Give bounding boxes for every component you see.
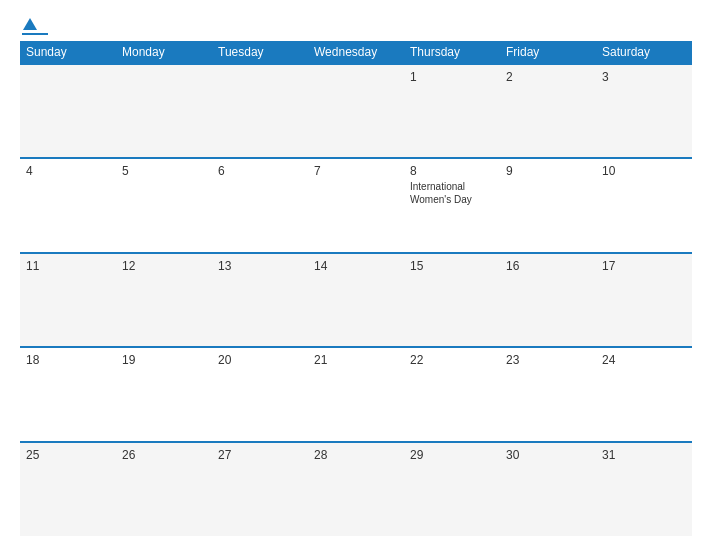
- day-number: 13: [218, 259, 302, 273]
- weekday-header-friday: Friday: [500, 41, 596, 64]
- calendar-cell: 15: [404, 253, 500, 347]
- day-number: 27: [218, 448, 302, 462]
- day-number: 4: [26, 164, 110, 178]
- day-number: 5: [122, 164, 206, 178]
- day-number: 14: [314, 259, 398, 273]
- day-number: 17: [602, 259, 686, 273]
- calendar-cell: [20, 64, 116, 158]
- calendar-cell: 5: [116, 158, 212, 252]
- calendar-cell: 13: [212, 253, 308, 347]
- calendar-cell: 1: [404, 64, 500, 158]
- calendar-cell: 4: [20, 158, 116, 252]
- day-number: 15: [410, 259, 494, 273]
- calendar-cell: 11: [20, 253, 116, 347]
- day-number: 25: [26, 448, 110, 462]
- day-number: 7: [314, 164, 398, 178]
- calendar-cell: 29: [404, 442, 500, 536]
- day-number: 12: [122, 259, 206, 273]
- weekday-header-wednesday: Wednesday: [308, 41, 404, 64]
- day-number: 26: [122, 448, 206, 462]
- calendar-cell: 18: [20, 347, 116, 441]
- weekday-header-thursday: Thursday: [404, 41, 500, 64]
- calendar-table: SundayMondayTuesdayWednesdayThursdayFrid…: [20, 41, 692, 536]
- calendar-cell: 9: [500, 158, 596, 252]
- calendar-cell: [116, 64, 212, 158]
- calendar-week-row: 45678International Women's Day910: [20, 158, 692, 252]
- calendar-cell: 19: [116, 347, 212, 441]
- day-number: 2: [506, 70, 590, 84]
- day-number: 22: [410, 353, 494, 367]
- day-number: 1: [410, 70, 494, 84]
- calendar-cell: 16: [500, 253, 596, 347]
- logo: [20, 18, 48, 35]
- day-number: 8: [410, 164, 494, 178]
- calendar-cell: 14: [308, 253, 404, 347]
- day-number: 24: [602, 353, 686, 367]
- calendar-cell: 3: [596, 64, 692, 158]
- day-number: 29: [410, 448, 494, 462]
- calendar-cell: 30: [500, 442, 596, 536]
- weekday-header-monday: Monday: [116, 41, 212, 64]
- calendar-cell: [308, 64, 404, 158]
- logo-blue-bar: [22, 33, 48, 35]
- calendar-cell: 26: [116, 442, 212, 536]
- calendar-week-row: 18192021222324: [20, 347, 692, 441]
- weekday-header-saturday: Saturday: [596, 41, 692, 64]
- day-number: 6: [218, 164, 302, 178]
- day-number: 18: [26, 353, 110, 367]
- day-number: 16: [506, 259, 590, 273]
- calendar-cell: 28: [308, 442, 404, 536]
- calendar-cell: 23: [500, 347, 596, 441]
- day-number: 10: [602, 164, 686, 178]
- day-number: 28: [314, 448, 398, 462]
- calendar-week-row: 25262728293031: [20, 442, 692, 536]
- calendar-cell: 8International Women's Day: [404, 158, 500, 252]
- calendar-cell: 2: [500, 64, 596, 158]
- weekday-header-tuesday: Tuesday: [212, 41, 308, 64]
- event-label: International Women's Day: [410, 180, 494, 206]
- calendar-cell: 17: [596, 253, 692, 347]
- calendar-cell: 31: [596, 442, 692, 536]
- day-number: 9: [506, 164, 590, 178]
- day-number: 23: [506, 353, 590, 367]
- calendar-week-row: 11121314151617: [20, 253, 692, 347]
- day-number: 3: [602, 70, 686, 84]
- calendar-cell: 22: [404, 347, 500, 441]
- day-number: 30: [506, 448, 590, 462]
- day-number: 19: [122, 353, 206, 367]
- calendar-cell: 24: [596, 347, 692, 441]
- calendar-cell: 21: [308, 347, 404, 441]
- day-number: 20: [218, 353, 302, 367]
- calendar-cell: 7: [308, 158, 404, 252]
- weekday-header-sunday: Sunday: [20, 41, 116, 64]
- logo-triangle-icon: [23, 18, 37, 30]
- calendar-cell: 20: [212, 347, 308, 441]
- day-number: 31: [602, 448, 686, 462]
- calendar-cell: [212, 64, 308, 158]
- day-number: 21: [314, 353, 398, 367]
- calendar-week-row: 123: [20, 64, 692, 158]
- calendar-cell: 25: [20, 442, 116, 536]
- day-number: 11: [26, 259, 110, 273]
- calendar-cell: 27: [212, 442, 308, 536]
- calendar-cell: 6: [212, 158, 308, 252]
- weekday-header-row: SundayMondayTuesdayWednesdayThursdayFrid…: [20, 41, 692, 64]
- calendar-cell: 12: [116, 253, 212, 347]
- calendar-cell: 10: [596, 158, 692, 252]
- top-bar: [20, 18, 692, 35]
